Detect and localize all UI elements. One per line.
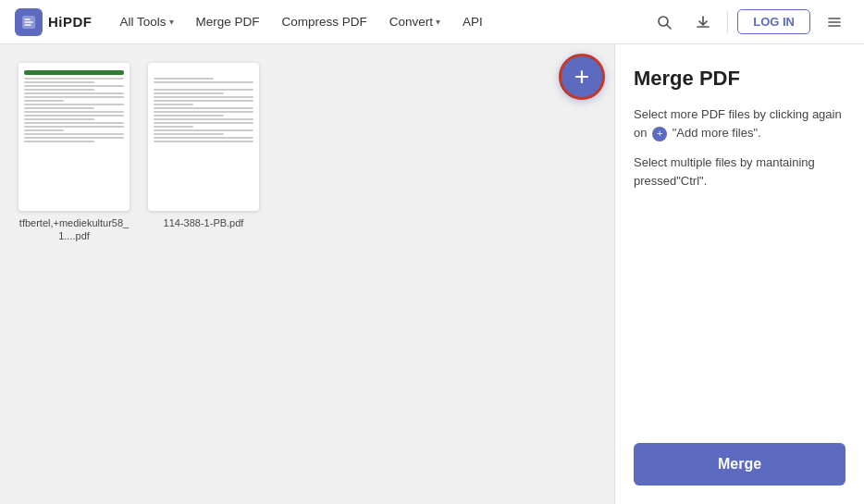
nav-convert-label: Convert	[389, 15, 433, 29]
nav-merge-pdf[interactable]: Merge PDF	[187, 9, 269, 34]
sidebar-desc-text-1b: "Add more files".	[673, 126, 761, 140]
logo[interactable]: HiPDF	[15, 8, 93, 36]
nav-all-tools[interactable]: All Tools ▾	[111, 9, 183, 34]
logo-icon	[15, 8, 43, 36]
file-name: tfbertel,+mediekultur58_1....pdf	[19, 216, 130, 243]
file-area: +	[0, 44, 614, 504]
file-grid: tfbertel,+mediekultur58_1....pdf	[19, 63, 596, 243]
divider	[727, 11, 728, 33]
nav-all-tools-label: All Tools	[120, 15, 167, 29]
sidebar-spacer	[634, 203, 845, 443]
thumbnail-content	[154, 70, 253, 207]
thumbnail-content	[24, 70, 124, 207]
navbar-right: LOG IN	[649, 7, 849, 37]
thumb-lines	[154, 70, 253, 142]
download-button[interactable]	[688, 7, 718, 37]
add-more-files-button[interactable]: +	[559, 54, 605, 100]
search-button[interactable]	[649, 7, 679, 37]
list-item[interactable]: tfbertel,+mediekultur58_1....pdf	[19, 63, 130, 243]
thumb-lines	[24, 78, 124, 142]
merge-button[interactable]: Merge	[634, 443, 845, 486]
nav-api[interactable]: API	[453, 9, 492, 34]
sidebar-title: Merge PDF	[634, 67, 845, 91]
main-content: +	[0, 44, 864, 504]
plus-icon: +	[574, 64, 589, 90]
nav-convert[interactable]: Convert ▾	[380, 9, 450, 34]
sidebar-desc-1: Select more PDF files by clicking again …	[634, 105, 845, 142]
login-button[interactable]: LOG IN	[737, 9, 810, 34]
nav-api-label: API	[463, 15, 483, 29]
plus-inline-icon: +	[652, 127, 667, 141]
svg-line-2	[667, 25, 671, 29]
nav-merge-pdf-label: Merge PDF	[196, 15, 260, 29]
list-item[interactable]: 114-388-1-PB.pdf	[148, 63, 259, 229]
sidebar-desc-2: Select multiple files by mantaining pres…	[634, 154, 845, 191]
file-thumbnail	[148, 63, 259, 211]
nav-links: All Tools ▾ Merge PDF Compress PDF Conve…	[111, 9, 632, 34]
sidebar: Merge PDF Select more PDF files by click…	[614, 44, 864, 504]
chevron-down-icon: ▾	[436, 17, 440, 27]
file-thumbnail	[19, 63, 130, 211]
nav-compress-pdf[interactable]: Compress PDF	[273, 9, 376, 34]
nav-compress-pdf-label: Compress PDF	[282, 15, 367, 29]
navbar: HiPDF All Tools ▾ Merge PDF Compress PDF…	[0, 0, 864, 44]
hamburger-menu-button[interactable]	[820, 7, 849, 37]
logo-text: HiPDF	[48, 14, 93, 30]
thumb-line	[24, 70, 124, 75]
chevron-down-icon: ▾	[169, 17, 174, 27]
file-name: 114-388-1-PB.pdf	[164, 216, 244, 229]
